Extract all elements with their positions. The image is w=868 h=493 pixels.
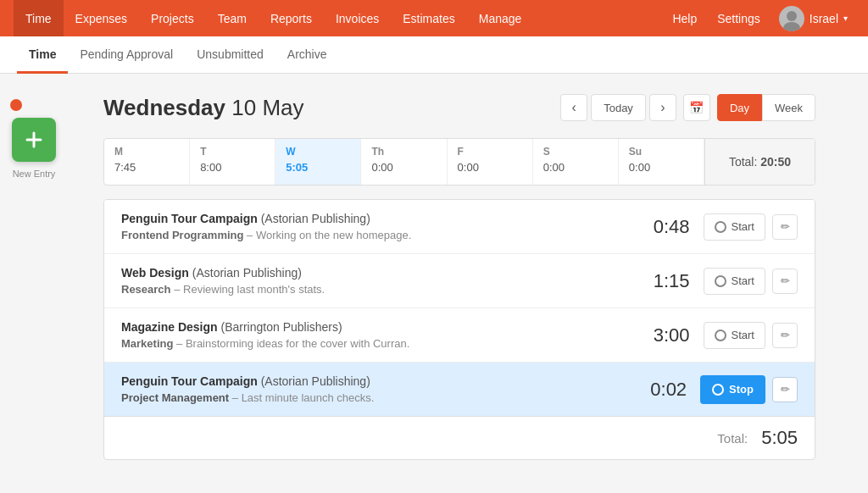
new-entry-button[interactable] (12, 118, 56, 162)
stop-icon (712, 384, 724, 396)
day-label-wed: W (286, 146, 350, 158)
week-day-fri[interactable]: F 0:00 (448, 139, 533, 185)
entry-4-client: (Astorian Publishing) (261, 374, 370, 388)
nav-item-estimates[interactable]: Estimates (391, 0, 466, 36)
week-day-wed[interactable]: W 5:05 (275, 139, 361, 185)
entry-1-edit-button[interactable]: ✏ (772, 214, 798, 240)
top-nav: Time Expenses Projects Team Reports Invo… (0, 0, 868, 36)
time-entry-2: Web Design (Astorian Publishing) Researc… (104, 254, 815, 308)
entry-2-client: (Astorian Publishing) (192, 266, 302, 280)
total-row: Total: 5:05 (104, 417, 815, 459)
user-menu[interactable]: Israel ▾ (772, 0, 854, 36)
entry-2-edit-button[interactable]: ✏ (772, 269, 798, 294)
day-time-fri: 0:00 (458, 161, 522, 174)
nav-item-time[interactable]: Time (14, 0, 64, 36)
time-entries-list: Penguin Tour Campaign (Astorian Publishi… (103, 199, 815, 460)
nav-settings[interactable]: Settings (709, 0, 769, 36)
entry-2-actions: Start ✏ (704, 268, 798, 295)
day-time-sat: 0:00 (543, 161, 608, 174)
day-view-button[interactable]: Day (717, 94, 762, 121)
entry-4-actions: Stop ✏ (700, 375, 798, 404)
content-area: Wednesday 10 May ‹ Today › 📅 Day (27, 74, 841, 485)
sub-nav: Time Pending Approval Unsubmitted Archiv… (0, 36, 868, 74)
entry-4-subtitle: Project Management – Last minute launch … (121, 391, 636, 404)
nav-item-expenses[interactable]: Expenses (64, 0, 139, 36)
entry-2-info: Web Design (Astorian Publishing) Researc… (121, 266, 639, 296)
entry-2-duration: 1:15 (639, 270, 690, 292)
subnav-pending-approval[interactable]: Pending Approval (68, 36, 185, 74)
week-day-sat[interactable]: S 0:00 (533, 139, 619, 185)
entry-4-info: Penguin Tour Campaign (Astorian Publishi… (121, 374, 636, 404)
nav-item-invoices[interactable]: Invoices (324, 0, 391, 36)
entry-4-title: Penguin Tour Campaign (Astorian Publishi… (121, 374, 636, 388)
clock-icon-1 (715, 221, 726, 233)
week-view-button[interactable]: Week (762, 94, 815, 121)
user-name: Israel (810, 12, 838, 25)
page-header: Wednesday 10 May ‹ Today › 📅 Day (103, 94, 815, 121)
plus-icon (22, 128, 46, 152)
day-label-sun: Su (629, 146, 693, 158)
total-label: Total: (717, 431, 748, 446)
entry-3-subtitle: Marketing – Brainstorming ideas for the … (121, 337, 639, 350)
nav-item-team[interactable]: Team (206, 0, 259, 36)
top-nav-right: Help Settings Israel ▾ (664, 0, 854, 36)
calendar-icon: 📅 (689, 101, 704, 114)
week-day-tue[interactable]: T 8:00 (190, 139, 275, 185)
orange-dot (10, 99, 22, 111)
week-day-sun[interactable]: Su 0:00 (619, 139, 704, 185)
subnav-unsubmitted[interactable]: Unsubmitted (185, 36, 275, 74)
entry-2-start-button[interactable]: Start (704, 268, 765, 295)
entry-3-duration: 3:00 (639, 324, 690, 346)
day-label-sat: S (543, 146, 608, 158)
week-day-thu[interactable]: Th 0:00 (361, 139, 447, 185)
nav-item-reports[interactable]: Reports (259, 0, 324, 36)
total-value: 5:05 (761, 427, 798, 449)
calendar-button[interactable]: 📅 (683, 94, 710, 121)
day-label-fri: F (458, 146, 522, 158)
time-entry-4: Penguin Tour Campaign (Astorian Publishi… (104, 363, 815, 417)
day-time-mon: 7:45 (114, 161, 179, 174)
day-label-thu: Th (371, 146, 436, 158)
entry-3-actions: Start ✏ (704, 322, 798, 349)
subnav-time[interactable]: Time (17, 36, 68, 74)
entry-4-stop-button[interactable]: Stop (700, 375, 765, 404)
pencil-icon-3: ✏ (781, 329, 790, 341)
entry-4-edit-button[interactable]: ✏ (772, 377, 798, 402)
day-time-sun: 0:00 (629, 161, 693, 174)
day-time-thu: 0:00 (371, 161, 436, 174)
main-layout: New Entry Wednesday 10 May ‹ Today › 📅 (0, 74, 868, 485)
day-time-tue: 8:00 (200, 161, 264, 174)
entry-2-title: Web Design (Astorian Publishing) (121, 266, 639, 280)
header-controls: ‹ Today › 📅 Day Week (560, 94, 815, 121)
entry-1-start-button[interactable]: Start (704, 213, 765, 241)
pencil-icon-1: ✏ (781, 220, 790, 233)
new-entry-label: New Entry (13, 169, 56, 179)
entry-3-start-button[interactable]: Start (704, 322, 765, 349)
entry-3-info: Magazine Design (Barrington Publishers) … (121, 320, 639, 350)
entry-1-actions: Start ✏ (704, 213, 798, 241)
day-label-mon: M (114, 146, 179, 158)
entry-3-edit-button[interactable]: ✏ (772, 323, 798, 348)
nav-item-projects[interactable]: Projects (139, 0, 206, 36)
subnav-archive[interactable]: Archive (275, 36, 339, 74)
time-entry-1: Penguin Tour Campaign (Astorian Publishi… (104, 200, 815, 254)
top-nav-left: Time Expenses Projects Team Reports Invo… (14, 0, 664, 36)
time-entry-3: Magazine Design (Barrington Publishers) … (104, 308, 815, 363)
page-title: Wednesday 10 May (103, 95, 304, 121)
today-button[interactable]: Today (591, 94, 646, 121)
entry-1-info: Penguin Tour Campaign (Astorian Publishi… (121, 212, 639, 241)
next-button[interactable]: › (649, 94, 676, 121)
clock-icon-3 (715, 330, 726, 341)
svg-point-0 (787, 11, 797, 21)
pencil-icon-2: ✏ (781, 274, 790, 287)
clock-icon-2 (715, 275, 726, 287)
day-time-wed: 5:05 (286, 161, 350, 174)
entry-2-subtitle: Research – Reviewing last month's stats. (121, 283, 639, 296)
nav-help[interactable]: Help (664, 0, 705, 36)
week-grid: M 7:45 T 8:00 W 5:05 Th 0:00 F 0:00 S 0:… (103, 138, 815, 186)
sidebar: New Entry (0, 99, 68, 179)
nav-item-manage[interactable]: Manage (467, 0, 534, 36)
entry-1-duration: 0:48 (639, 216, 690, 238)
prev-button[interactable]: ‹ (560, 94, 587, 121)
week-day-mon[interactable]: M 7:45 (104, 139, 190, 185)
